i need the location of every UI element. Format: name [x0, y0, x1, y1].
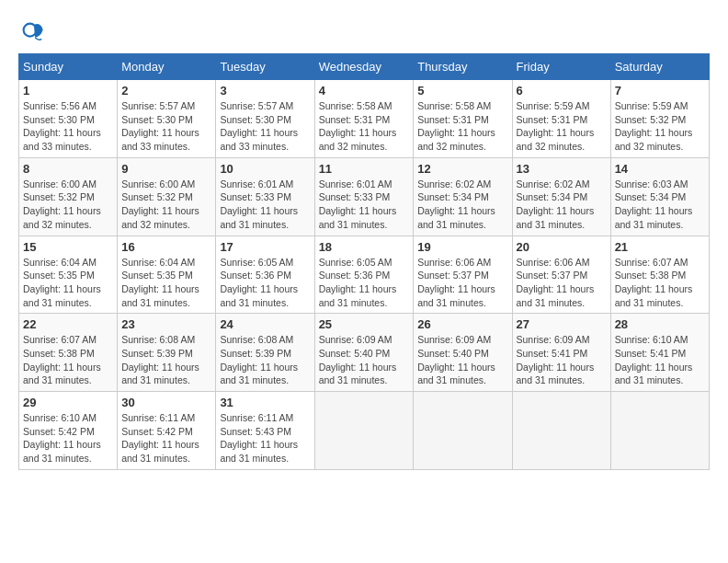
calendar-day-cell: 25Sunrise: 6:09 AM Sunset: 5:40 PM Dayli… — [314, 314, 414, 392]
page-header — [18, 18, 710, 44]
calendar-day-cell: 30Sunrise: 6:11 AM Sunset: 5:42 PM Dayli… — [118, 392, 216, 470]
calendar-day-cell: 29Sunrise: 6:10 AM Sunset: 5:42 PM Dayli… — [19, 392, 118, 470]
day-number: 6 — [517, 84, 607, 98]
day-number: 10 — [220, 162, 310, 176]
day-info: Sunrise: 6:06 AM Sunset: 5:37 PM Dayligh… — [517, 256, 607, 310]
day-number: 7 — [615, 84, 705, 98]
day-number: 27 — [517, 317, 607, 331]
day-info: Sunrise: 5:59 AM Sunset: 5:31 PM Dayligh… — [517, 99, 607, 154]
calendar-day-cell: 17Sunrise: 6:05 AM Sunset: 5:36 PM Dayli… — [216, 236, 314, 314]
day-info: Sunrise: 6:00 AM Sunset: 5:32 PM Dayligh… — [23, 178, 113, 232]
day-number: 4 — [319, 84, 410, 98]
day-number: 3 — [220, 84, 310, 98]
weekday-header: Monday — [118, 54, 216, 80]
day-number: 1 — [23, 84, 113, 98]
calendar-week-row: 1Sunrise: 5:56 AM Sunset: 5:30 PM Daylig… — [19, 80, 710, 158]
day-info: Sunrise: 6:01 AM Sunset: 5:33 PM Dayligh… — [220, 178, 310, 232]
day-info: Sunrise: 6:09 AM Sunset: 5:40 PM Dayligh… — [417, 333, 507, 387]
calendar-day-cell: 5Sunrise: 5:58 AM Sunset: 5:31 PM Daylig… — [414, 80, 512, 158]
day-info: Sunrise: 6:01 AM Sunset: 5:33 PM Dayligh… — [319, 178, 410, 232]
calendar-day-cell: 11Sunrise: 6:01 AM Sunset: 5:33 PM Dayli… — [314, 157, 414, 236]
logo — [18, 18, 48, 44]
day-number: 24 — [220, 317, 310, 331]
calendar-day-cell: 3Sunrise: 5:57 AM Sunset: 5:30 PM Daylig… — [216, 80, 314, 158]
day-number: 28 — [615, 317, 705, 331]
day-info: Sunrise: 6:04 AM Sunset: 5:35 PM Dayligh… — [121, 256, 211, 310]
calendar-day-cell — [610, 392, 709, 470]
calendar-week-row: 8Sunrise: 6:00 AM Sunset: 5:32 PM Daylig… — [19, 157, 710, 236]
day-info: Sunrise: 6:06 AM Sunset: 5:37 PM Dayligh… — [417, 256, 507, 310]
weekday-header: Thursday — [414, 54, 512, 80]
calendar-day-cell — [414, 392, 512, 470]
calendar-day-cell: 14Sunrise: 6:03 AM Sunset: 5:34 PM Dayli… — [610, 157, 709, 236]
day-number: 14 — [615, 162, 705, 176]
day-info: Sunrise: 6:02 AM Sunset: 5:34 PM Dayligh… — [417, 178, 507, 232]
calendar-day-cell: 27Sunrise: 6:09 AM Sunset: 5:41 PM Dayli… — [512, 314, 610, 392]
day-number: 20 — [517, 240, 607, 254]
day-number: 12 — [417, 162, 507, 176]
day-info: Sunrise: 5:58 AM Sunset: 5:31 PM Dayligh… — [319, 99, 410, 154]
day-info: Sunrise: 6:10 AM Sunset: 5:42 PM Dayligh… — [23, 411, 113, 465]
calendar-day-cell: 22Sunrise: 6:07 AM Sunset: 5:38 PM Dayli… — [19, 314, 118, 392]
day-info: Sunrise: 6:10 AM Sunset: 5:41 PM Dayligh… — [615, 333, 705, 387]
weekday-header: Friday — [512, 54, 610, 80]
calendar-day-cell: 15Sunrise: 6:04 AM Sunset: 5:35 PM Dayli… — [19, 236, 118, 314]
day-info: Sunrise: 5:57 AM Sunset: 5:30 PM Dayligh… — [121, 99, 211, 154]
calendar-week-row: 29Sunrise: 6:10 AM Sunset: 5:42 PM Dayli… — [19, 392, 710, 470]
calendar-day-cell: 18Sunrise: 6:05 AM Sunset: 5:36 PM Dayli… — [314, 236, 414, 314]
day-number: 8 — [23, 162, 113, 176]
day-number: 5 — [417, 84, 507, 98]
calendar-day-cell: 21Sunrise: 6:07 AM Sunset: 5:38 PM Dayli… — [610, 236, 709, 314]
day-number: 11 — [319, 162, 410, 176]
day-info: Sunrise: 6:02 AM Sunset: 5:34 PM Dayligh… — [517, 178, 607, 232]
day-info: Sunrise: 5:56 AM Sunset: 5:30 PM Dayligh… — [23, 99, 113, 154]
day-number: 17 — [220, 240, 310, 254]
day-info: Sunrise: 6:07 AM Sunset: 5:38 PM Dayligh… — [23, 333, 113, 387]
weekday-header: Sunday — [19, 54, 118, 80]
day-info: Sunrise: 6:11 AM Sunset: 5:42 PM Dayligh… — [121, 411, 211, 465]
calendar-table: SundayMondayTuesdayWednesdayThursdayFrid… — [18, 53, 710, 470]
day-number: 16 — [121, 240, 211, 254]
calendar-day-cell: 12Sunrise: 6:02 AM Sunset: 5:34 PM Dayli… — [414, 157, 512, 236]
day-info: Sunrise: 6:05 AM Sunset: 5:36 PM Dayligh… — [319, 256, 410, 310]
day-info: Sunrise: 6:04 AM Sunset: 5:35 PM Dayligh… — [23, 256, 113, 310]
day-number: 22 — [23, 317, 113, 331]
day-number: 9 — [121, 162, 211, 176]
day-number: 19 — [417, 240, 507, 254]
day-number: 18 — [319, 240, 410, 254]
day-info: Sunrise: 6:03 AM Sunset: 5:34 PM Dayligh… — [615, 178, 705, 232]
logo-icon — [18, 18, 44, 44]
day-info: Sunrise: 5:59 AM Sunset: 5:32 PM Dayligh… — [615, 99, 705, 154]
calendar-header-row: SundayMondayTuesdayWednesdayThursdayFrid… — [19, 54, 710, 80]
day-number: 29 — [23, 396, 113, 409]
calendar-day-cell: 16Sunrise: 6:04 AM Sunset: 5:35 PM Dayli… — [118, 236, 216, 314]
day-info: Sunrise: 5:57 AM Sunset: 5:30 PM Dayligh… — [220, 99, 310, 154]
day-info: Sunrise: 6:07 AM Sunset: 5:38 PM Dayligh… — [615, 256, 705, 310]
calendar-day-cell: 20Sunrise: 6:06 AM Sunset: 5:37 PM Dayli… — [512, 236, 610, 314]
day-number: 13 — [517, 162, 607, 176]
calendar-day-cell: 24Sunrise: 6:08 AM Sunset: 5:39 PM Dayli… — [216, 314, 314, 392]
calendar-day-cell: 2Sunrise: 5:57 AM Sunset: 5:30 PM Daylig… — [118, 80, 216, 158]
day-info: Sunrise: 6:09 AM Sunset: 5:40 PM Dayligh… — [319, 333, 410, 387]
calendar-day-cell: 23Sunrise: 6:08 AM Sunset: 5:39 PM Dayli… — [118, 314, 216, 392]
calendar-day-cell: 28Sunrise: 6:10 AM Sunset: 5:41 PM Dayli… — [610, 314, 709, 392]
calendar-day-cell: 1Sunrise: 5:56 AM Sunset: 5:30 PM Daylig… — [19, 80, 118, 158]
day-info: Sunrise: 5:58 AM Sunset: 5:31 PM Dayligh… — [417, 99, 507, 154]
day-info: Sunrise: 6:00 AM Sunset: 5:32 PM Dayligh… — [121, 178, 211, 232]
day-info: Sunrise: 6:05 AM Sunset: 5:36 PM Dayligh… — [220, 256, 310, 310]
calendar-week-row: 15Sunrise: 6:04 AM Sunset: 5:35 PM Dayli… — [19, 236, 710, 314]
day-number: 23 — [121, 317, 211, 331]
day-number: 31 — [220, 396, 310, 409]
day-number: 2 — [121, 84, 211, 98]
day-number: 26 — [417, 317, 507, 331]
weekday-header: Saturday — [610, 54, 709, 80]
day-info: Sunrise: 6:09 AM Sunset: 5:41 PM Dayligh… — [517, 333, 607, 387]
calendar-day-cell — [512, 392, 610, 470]
calendar-day-cell — [314, 392, 414, 470]
calendar-day-cell: 9Sunrise: 6:00 AM Sunset: 5:32 PM Daylig… — [118, 157, 216, 236]
day-number: 21 — [615, 240, 705, 254]
day-number: 30 — [121, 396, 211, 409]
calendar-day-cell: 31Sunrise: 6:11 AM Sunset: 5:43 PM Dayli… — [216, 392, 314, 470]
day-info: Sunrise: 6:11 AM Sunset: 5:43 PM Dayligh… — [220, 411, 310, 465]
weekday-header: Tuesday — [216, 54, 314, 80]
